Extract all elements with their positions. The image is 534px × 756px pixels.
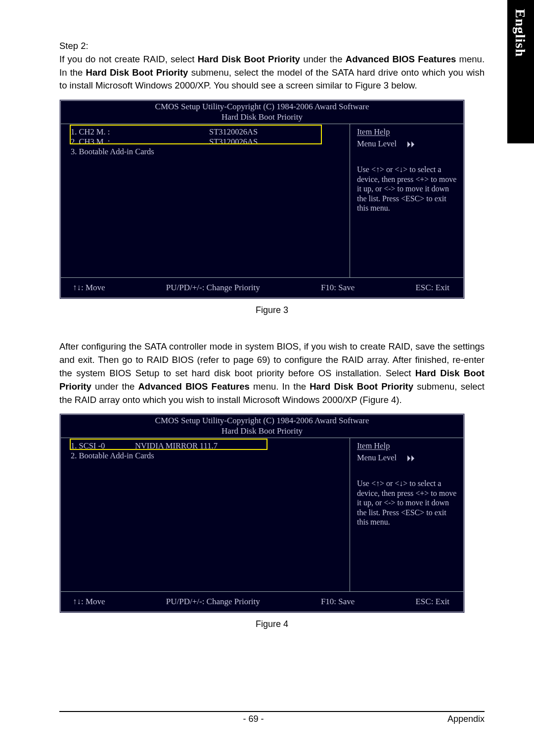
bios-drive-list: 1. CH2 M. : ST3120026AS 2. CH3 M. : ST31… <box>61 124 350 277</box>
bios-main: 1. SCSI -0 NVIDIA MIRROR 111.7 2. Bootab… <box>61 438 463 591</box>
bios-help-panel: Item Help Menu Level Use <↑> or <↓> to s… <box>350 438 463 591</box>
bios-footer-hints: ↑↓: Move PU/PD/+/-: Change Priority F10:… <box>61 591 463 612</box>
bios-drive-list: 1. SCSI -0 NVIDIA MIRROR 111.7 2. Bootab… <box>61 438 350 591</box>
paragraph-raid: After configuring the SATA controller mo… <box>59 340 485 406</box>
bios-help-text: Use <↑> or <↓> to select a device, then … <box>357 165 457 213</box>
bios-help-text: Use <↑> or <↓> to select a device, then … <box>357 479 457 527</box>
side-tab-label: English <box>507 0 533 66</box>
list-item[interactable]: 1. CH2 M. : ST3120026AS <box>71 127 343 137</box>
side-tab: English <box>507 0 534 143</box>
bios-title: CMOS Setup Utility-Copyright (C) 1984-20… <box>61 415 463 426</box>
drive-label: 3. Bootable Add-in Cards <box>71 147 209 157</box>
menu-level: Menu Level <box>357 453 457 463</box>
page-section: Appendix <box>447 714 485 724</box>
hint-exit: ESC: Exit <box>415 283 449 293</box>
drive-model <box>209 147 298 157</box>
bios-screen-figure4: CMOS Setup Utility-Copyright (C) 1984-20… <box>59 413 465 613</box>
p1-t2: under the <box>300 54 346 64</box>
step-label: Step 2: <box>59 41 89 51</box>
p1-t1: If you do not create RAID, select <box>59 54 198 64</box>
bios-title: CMOS Setup Utility-Copyright (C) 1984-20… <box>61 101 463 112</box>
page-footer: - 69 - Appendix <box>59 711 485 724</box>
drive-model: NVIDIA MIRROR 111.7 <box>135 441 264 451</box>
bios-help-panel: Item Help Menu Level Use <↑> or <↓> to s… <box>350 124 463 277</box>
list-item[interactable]: 1. SCSI -0 NVIDIA MIRROR 111.7 <box>71 441 343 451</box>
hint-change: PU/PD/+/-: Change Priority <box>166 597 260 607</box>
hint-move: ↑↓: Move <box>73 597 105 607</box>
drive-label: 1. SCSI -0 <box>71 441 135 451</box>
p1-b2: Advanced BIOS Features <box>346 54 456 64</box>
bios-subtitle: Hard Disk Boot Priority <box>61 426 463 438</box>
page: English Step 2: If you do not create RAI… <box>0 0 534 756</box>
p2-t3: menu. In the <box>250 381 310 392</box>
list-item[interactable]: 3. Bootable Add-in Cards <box>71 147 343 157</box>
hint-exit: ESC: Exit <box>415 597 449 607</box>
hint-move: ↑↓: Move <box>73 283 105 293</box>
p1-b1: Hard Disk Boot Priority <box>198 54 300 64</box>
hint-change: PU/PD/+/-: Change Priority <box>166 283 260 293</box>
drive-label: 2. CH3 M. : <box>71 137 209 147</box>
bios-footer-hints: ↑↓: Move PU/PD/+/-: Change Priority F10:… <box>61 277 463 298</box>
page-number: - 69 - <box>243 714 264 724</box>
drive-label: 2. Bootable Add-in Cards <box>71 451 209 461</box>
double-arrow-icon <box>399 139 416 148</box>
menu-level-label: Menu Level <box>357 139 397 148</box>
menu-level: Menu Level <box>357 139 457 149</box>
list-item[interactable]: 2. CH3 M. : ST3120026AS <box>71 137 343 147</box>
p1-b3: Hard Disk Boot Priority <box>86 67 188 78</box>
figure-caption: Figure 3 <box>59 305 485 315</box>
menu-level-label: Menu Level <box>357 453 397 462</box>
hint-save: F10: Save <box>321 597 355 607</box>
item-help-header: Item Help <box>357 441 457 451</box>
paragraph-step2: Step 2: If you do not create RAID, selec… <box>59 40 485 92</box>
hint-save: F10: Save <box>321 283 355 293</box>
bios-screen-figure3: CMOS Setup Utility-Copyright (C) 1984-20… <box>59 99 465 299</box>
p2-b2: Advanced BIOS Features <box>138 381 250 392</box>
item-help-header: Item Help <box>357 127 457 137</box>
figure-caption: Figure 4 <box>59 619 485 629</box>
drive-model: ST3120026AS <box>209 137 298 147</box>
double-arrow-icon <box>399 453 416 462</box>
list-item[interactable]: 2. Bootable Add-in Cards <box>71 451 343 461</box>
p2-b3: Hard Disk Boot Priority <box>310 381 413 392</box>
p2-t2: under the <box>91 381 138 392</box>
bios-subtitle: Hard Disk Boot Priority <box>61 112 463 124</box>
drive-model: ST3120026AS <box>209 127 298 137</box>
drive-label: 1. CH2 M. : <box>71 127 209 137</box>
bios-main: 1. CH2 M. : ST3120026AS 2. CH3 M. : ST31… <box>61 124 463 277</box>
